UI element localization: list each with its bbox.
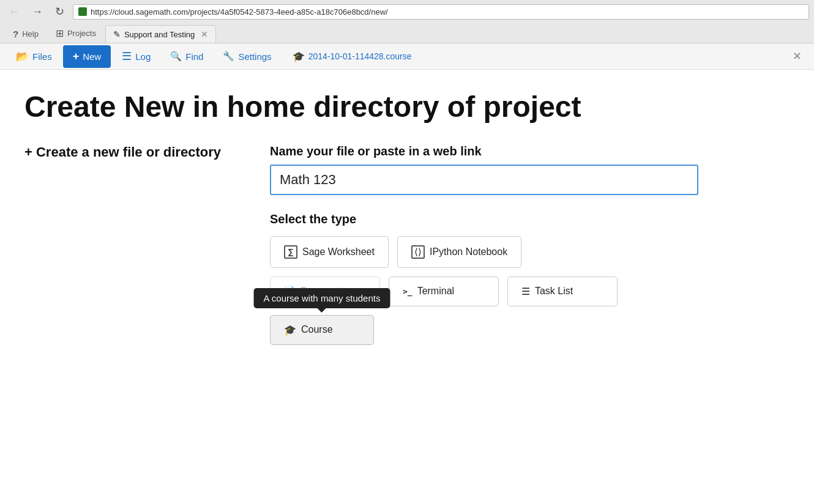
find-button[interactable]: 🔍 Find — [162, 45, 212, 68]
log-label: Log — [135, 51, 151, 62]
tab-help-label: Help — [22, 29, 39, 39]
task-list-button[interactable]: ☰ Task List — [507, 276, 618, 306]
right-column: Name your file or paste in a web link Se… — [270, 144, 698, 345]
address-text: https://cloud.sagemath.com/projects/4a5f… — [91, 7, 388, 17]
address-bar[interactable]: https://cloud.sagemath.com/projects/4a5f… — [73, 4, 809, 20]
task-list-label: Task List — [535, 286, 573, 297]
type-buttons-row-2: 📄 Document >_ Terminal ☰ Task List — [270, 276, 698, 306]
course-hat-icon: 🎓 — [293, 51, 305, 62]
sage-worksheet-button[interactable]: ∑ Sage Worksheet — [270, 236, 389, 268]
tab-bar: ? Help ⊞ Projects ✎ Support and Testing … — [0, 23, 814, 43]
section-layout: + Create a new file or directory Name yo… — [24, 144, 790, 345]
file-name-label: Name your file or paste in a web link — [270, 144, 698, 158]
new-button[interactable]: + New — [63, 45, 111, 68]
grid-icon: ⊞ — [56, 28, 64, 39]
files-label: Files — [32, 51, 52, 62]
settings-button[interactable]: 🔧 Settings — [214, 45, 280, 68]
left-column: + Create a new file or directory — [24, 144, 221, 160]
tab-projects-label: Projects — [67, 29, 96, 38]
file-name-input[interactable] — [270, 165, 698, 195]
list-icon: ☰ — [122, 50, 132, 63]
new-label: New — [83, 51, 101, 62]
search-icon: 🔍 — [170, 51, 182, 62]
terminal-icon: >_ — [403, 287, 413, 296]
edit-icon: ✎ — [113, 29, 121, 39]
sage-worksheet-label: Sage Worksheet — [302, 246, 375, 258]
create-label: + Create a new file or directory — [24, 144, 221, 160]
plus-icon: + — [73, 50, 80, 63]
course-row: A course with many students 🎓 Course — [270, 315, 698, 345]
course-btn-wrap: A course with many students 🎓 Course — [270, 315, 374, 345]
browser-toolbar: ← → ↻ https://cloud.sagemath.com/project… — [0, 0, 814, 23]
terminal-label: Terminal — [417, 286, 454, 297]
sage-icon: ∑ — [284, 245, 297, 259]
document-label: Document — [301, 286, 345, 297]
url-suffix: /projects/4a5f0542-5873-4eed-a85c-a18c70… — [188, 7, 388, 17]
course-label: Course — [301, 324, 333, 335]
main-content: Create New in home directory of project … — [0, 70, 814, 365]
terminal-button[interactable]: >_ Terminal — [389, 276, 499, 306]
course-tab-close[interactable]: ✕ — [788, 45, 807, 68]
question-icon: ? — [13, 29, 18, 39]
select-type-label: Select the type — [270, 212, 698, 226]
page-title: Create New in home directory of project — [24, 89, 790, 125]
wrench-icon: 🔧 — [223, 51, 234, 62]
ssl-icon — [78, 7, 87, 16]
tab-support-close[interactable]: ✕ — [201, 29, 208, 39]
folder-icon: 📂 — [16, 50, 29, 63]
reload-button[interactable]: ↻ — [51, 4, 68, 20]
browser-chrome: ← → ↻ https://cloud.sagemath.com/project… — [0, 0, 814, 43]
app-toolbar: 📂 Files + New ☰ Log 🔍 Find 🔧 Settings 🎓 … — [0, 43, 814, 70]
tab-projects[interactable]: ⊞ Projects — [48, 23, 104, 43]
back-button[interactable]: ← — [5, 4, 23, 20]
course-tab-button[interactable]: 🎓 2014-10-01-114428.course — [288, 45, 417, 69]
type-buttons-row-1: ∑ Sage Worksheet ⟨⟩ IPython Notebook — [270, 236, 698, 268]
tab-support-label: Support and Testing — [124, 30, 195, 39]
url-prefix: https://cloud.sagemath.com — [91, 7, 188, 17]
doc-icon: 📄 — [284, 286, 296, 297]
tasklist-icon: ☰ — [521, 286, 530, 297]
ipython-notebook-button[interactable]: ⟨⟩ IPython Notebook — [397, 236, 521, 268]
files-button[interactable]: 📂 Files — [7, 44, 61, 69]
course-icon: 🎓 — [284, 324, 296, 336]
course-button[interactable]: 🎓 Course — [270, 315, 374, 345]
document-button[interactable]: 📄 Document — [270, 276, 380, 306]
course-tab-label: 2014-10-01-114428.course — [308, 51, 412, 61]
log-button[interactable]: ☰ Log — [113, 43, 159, 69]
ipython-notebook-label: IPython Notebook — [430, 246, 507, 258]
find-label: Find — [185, 51, 203, 62]
settings-label: Settings — [238, 51, 271, 62]
tab-help[interactable]: ? Help — [5, 24, 47, 43]
forward-button[interactable]: → — [28, 4, 47, 20]
python-icon: ⟨⟩ — [411, 245, 425, 259]
tab-support[interactable]: ✎ Support and Testing ✕ — [105, 25, 216, 43]
